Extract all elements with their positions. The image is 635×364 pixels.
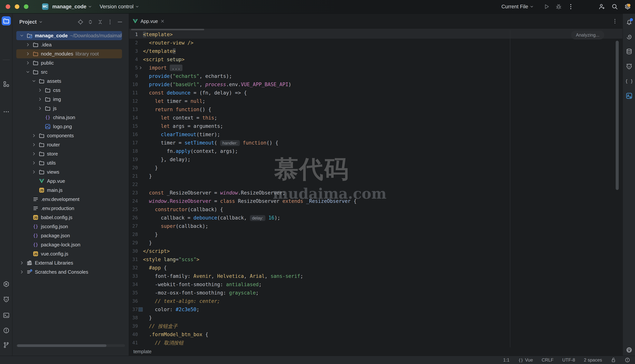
line-number[interactable]: 35: [129, 288, 138, 297]
ai-assistant-button[interactable]: [624, 32, 634, 41]
tree-item-css[interactable]: css: [16, 86, 122, 95]
line-number[interactable]: 13: [129, 105, 138, 114]
status-problems-indicator[interactable]: [625, 357, 630, 363]
line-number[interactable]: 15: [129, 122, 138, 130]
chevron-right-icon[interactable]: [31, 169, 37, 175]
line-number[interactable]: 18: [129, 147, 138, 155]
chevron-down-icon[interactable]: [39, 20, 43, 24]
tree-item-img[interactable]: img: [16, 95, 122, 104]
line-number[interactable]: 31: [129, 255, 138, 264]
code-line-16[interactable]: 16 clearTimeout(timer);: [129, 130, 622, 139]
translation-tool-button[interactable]: A: [624, 91, 634, 100]
line-number[interactable]: 14: [129, 114, 138, 122]
chevron-down-icon[interactable]: [31, 78, 37, 84]
line-number[interactable]: 27: [129, 222, 138, 230]
expand-all-button[interactable]: [87, 18, 94, 26]
tree-item-assets[interactable]: assets: [16, 76, 122, 86]
chevron-right-icon[interactable]: [37, 87, 43, 93]
search-everywhere-button[interactable]: [612, 4, 618, 10]
line-number[interactable]: 25: [129, 205, 138, 214]
tab-app-vue[interactable]: App.vue: [129, 14, 168, 29]
code-line-33[interactable]: 33 font-family: Avenir, Helvetica, Arial…: [129, 272, 622, 280]
code-line-25[interactable]: 25 constructor(callback) {: [129, 205, 622, 214]
code-line-9[interactable]: 9 provide("echarts", echarts);: [129, 72, 622, 80]
tree-item-public[interactable]: public: [16, 58, 122, 68]
line-number[interactable]: 10: [129, 80, 138, 89]
code-line-4[interactable]: 4<script setup>: [129, 55, 622, 64]
code-line-34[interactable]: 34 -webkit-font-smoothing: antialiased;: [129, 280, 622, 288]
status-readonly-toggle[interactable]: [611, 357, 616, 363]
line-number[interactable]: 39: [129, 322, 138, 330]
tree-item-router[interactable]: router: [16, 140, 122, 149]
tree-item-vue-config-js[interactable]: JSvue.config.js: [16, 249, 122, 258]
settings-button[interactable]: [624, 4, 631, 10]
chevron-down-icon[interactable]: [25, 69, 31, 75]
chevron-down-icon[interactable]: [19, 33, 25, 38]
line-number[interactable]: 33: [129, 272, 138, 280]
tree-item-package-json[interactable]: {}package.json: [16, 231, 122, 240]
code-line-30[interactable]: 30</script>: [129, 247, 622, 255]
tree-item-src[interactable]: src: [16, 68, 122, 76]
code-line-11[interactable]: 11 const debounce = (fn, delay) => {: [129, 89, 622, 97]
tree-item-main-js[interactable]: JSmain.js: [16, 186, 122, 195]
tree-item-app-vue[interactable]: App.vue: [16, 176, 122, 186]
code-line-20[interactable]: 20 }: [129, 164, 622, 172]
line-number[interactable]: 36: [129, 297, 138, 305]
line-number[interactable]: 12: [129, 97, 138, 105]
status-file-type[interactable]: {}Vue: [518, 357, 533, 363]
code-line-3[interactable]: 3</template>: [129, 47, 622, 55]
chevron-right-icon[interactable]: [25, 42, 31, 48]
status-indent-style[interactable]: 2 spaces: [584, 357, 602, 363]
tree-item-babel-config-js[interactable]: JSbabel.config.js: [16, 213, 122, 222]
code-with-me-button[interactable]: [599, 4, 605, 10]
code-line-12[interactable]: 12 let timer = null;: [129, 97, 622, 105]
tree-item-utils[interactable]: utils: [16, 158, 122, 168]
collapse-all-button[interactable]: [96, 18, 104, 26]
tree-item-node-modules[interactable]: node_moduleslibrary root: [16, 49, 122, 58]
more-tools-button[interactable]: [2, 107, 11, 116]
status-line-separator[interactable]: CRLF: [542, 357, 554, 363]
code-line-17[interactable]: 17 timer = setTimeout( handler: function…: [129, 139, 622, 147]
tree-item--idea[interactable]: .idea: [16, 40, 122, 49]
chevron-right-icon[interactable]: [37, 106, 43, 111]
run-configuration-selector[interactable]: Current File: [499, 2, 536, 12]
code-line-18[interactable]: 18 fn.apply(context, args);: [129, 147, 622, 155]
chevron-right-icon[interactable]: [19, 260, 25, 266]
fold-chevron-icon[interactable]: [138, 64, 143, 72]
chevron-right-icon[interactable]: [25, 60, 31, 66]
more-actions-button[interactable]: [568, 4, 574, 10]
line-number[interactable]: 24: [129, 197, 138, 205]
code-line-32[interactable]: 32 #app {: [129, 264, 622, 272]
database-tool-button[interactable]: [624, 47, 634, 56]
minimize-window-button[interactable]: [15, 4, 19, 9]
debug-button[interactable]: [556, 4, 562, 10]
code-line-39[interactable]: 39 // 按钮盒子: [129, 322, 622, 330]
project-menu[interactable]: manage_code: [52, 4, 92, 10]
code-line-35[interactable]: 35 -moz-osx-font-smoothing: grayscale;: [129, 288, 622, 297]
notifications-button[interactable]: [624, 18, 634, 26]
plugin-wolf-button[interactable]: [624, 62, 634, 71]
line-number[interactable]: 9: [129, 72, 138, 80]
services-tool-button[interactable]: [2, 280, 11, 288]
tree-item--env-production[interactable]: .env.production: [16, 204, 122, 213]
code-line-29[interactable]: 29 }: [129, 239, 622, 247]
code-line-26[interactable]: 26 callback = debounce(callback, delay: …: [129, 214, 622, 222]
tree-item-jsconfig-json[interactable]: {}jsconfig.json: [16, 222, 122, 231]
line-number[interactable]: 19: [129, 155, 138, 164]
tree-item-manage-code[interactable]: manage_code~/Downloads/mudaimaPro: [16, 31, 122, 40]
chevron-right-icon[interactable]: [19, 269, 25, 275]
code-line-5[interactable]: 5 import ...: [129, 64, 622, 72]
line-number[interactable]: 34: [129, 280, 138, 288]
tree-item--env-development[interactable]: .env.development: [16, 195, 122, 204]
locate-file-button[interactable]: [77, 18, 84, 26]
paw-plugin-button[interactable]: [624, 346, 634, 354]
breadcrumb[interactable]: template: [129, 347, 622, 356]
tree-item-logo-png[interactable]: logo.png: [16, 122, 122, 131]
line-number[interactable]: 41: [129, 338, 138, 347]
line-number[interactable]: 5: [129, 64, 138, 72]
line-number[interactable]: 37: [129, 305, 138, 314]
fullscreen-window-button[interactable]: [24, 4, 28, 9]
color-swatch[interactable]: [138, 305, 143, 314]
line-number[interactable]: 4: [129, 55, 138, 64]
code-line-37[interactable]: 37 color: #2c3e50;: [129, 305, 622, 314]
